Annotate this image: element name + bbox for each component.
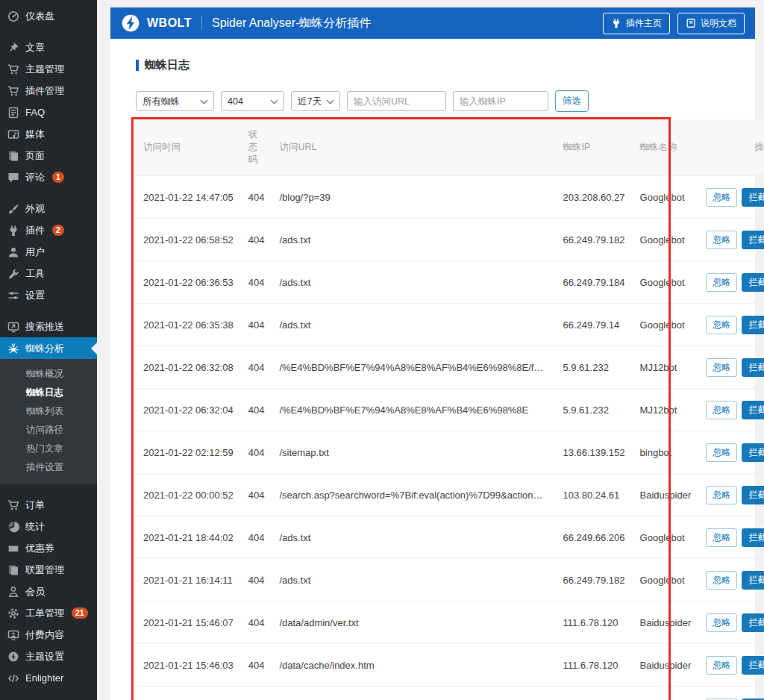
sidebar-item-label: 媒体 (25, 128, 45, 140)
sidebar-item[interactable]: 统计 (0, 516, 97, 537)
sidebar-item[interactable]: 联盟管理 (0, 559, 97, 581)
spider-filter-select[interactable]: 所有蜘蛛 (136, 91, 214, 111)
plugin-home-button[interactable]: 插件主页 (603, 13, 670, 34)
sidebar-menu: 仪表盘文章主题管理插件管理FAQ媒体页面评论1外观插件2用户工具设置搜索推送蜘蛛… (0, 0, 97, 700)
sidebar-item-label: 文章 (25, 42, 45, 53)
status-code: 404 (241, 389, 272, 431)
block-button[interactable]: 拦截 (742, 231, 764, 249)
spider-name: MJ12bot (633, 346, 699, 389)
ignore-button[interactable]: 忽略 (706, 656, 737, 675)
block-button[interactable]: 拦截 (742, 486, 764, 504)
sidebar-item[interactable]: 插件管理 (0, 80, 97, 101)
spider-ip: 111.6.78.120 (555, 601, 632, 644)
block-button[interactable]: 拦截 (742, 188, 764, 207)
visit-url-input[interactable] (347, 91, 446, 111)
sidebar-subitem[interactable]: 蜘蛛概况 (0, 365, 97, 384)
ignore-button[interactable]: 忽略 (706, 613, 737, 632)
row-actions: 忽略拦截 (698, 261, 764, 304)
sidebar-item-label: 设置 (25, 290, 45, 301)
sidebar-item[interactable]: 订单 (0, 494, 97, 516)
sidebar-item[interactable]: 设置 (0, 284, 97, 306)
block-button[interactable]: 拦截 (742, 571, 764, 590)
visit-time: 2021-01-22 06:58:52 (136, 219, 241, 261)
cart-icon (7, 85, 19, 97)
sidebar-item[interactable]: 页面 (0, 145, 97, 166)
ignore-button[interactable]: 忽略 (706, 358, 737, 377)
visit-time: 2021-01-22 00:00:52 (136, 474, 241, 516)
block-button[interactable]: 拦截 (742, 443, 764, 462)
count-badge: 2 (52, 225, 64, 236)
spider-ip: 5.9.61.232 (555, 346, 632, 389)
sidebar-item[interactable]: 插件2 (0, 219, 97, 241)
ignore-button[interactable]: 忽略 (706, 528, 737, 547)
visit-time: 2021-01-22 06:32:08 (136, 346, 241, 389)
spider-name: Baiduspider (633, 474, 699, 516)
sidebar-item[interactable]: 工单管理21 (0, 602, 97, 624)
sidebar-item[interactable]: FAQ (0, 101, 97, 123)
sidebar-subitem[interactable]: 蜘蛛列表 (0, 402, 97, 421)
sidebar-item[interactable]: 优惠券 (0, 537, 97, 559)
block-button[interactable]: 拦截 (742, 316, 764, 334)
block-button[interactable]: 拦截 (742, 401, 764, 419)
visit-time: 2021-01-21 15:46:03 (136, 644, 241, 687)
block-button[interactable]: 拦截 (742, 656, 764, 675)
sidebar-item-label: 插件 (25, 225, 45, 236)
sidebar-item-label: 优惠券 (25, 543, 54, 554)
sidebar-item[interactable]: 搜索推送 (0, 316, 97, 337)
sidebar-item[interactable]: 蜘蛛分析 (0, 337, 97, 359)
status-code: 404 (241, 346, 272, 389)
sidebar-item[interactable]: 付费内容 (0, 624, 97, 646)
block-button[interactable]: 拦截 (742, 273, 764, 292)
date-range-select[interactable]: 近7天 (291, 91, 340, 111)
spider-name: Baiduspider (633, 687, 699, 700)
sidebar-subitem[interactable]: 热门文章 (0, 440, 97, 458)
table-row: 2021-01-21 15:46:00404/data/admin/ver.tx… (136, 687, 764, 700)
sidebar-item-label: FAQ (25, 107, 45, 118)
spider-ip-input[interactable] (453, 91, 548, 111)
sidebar-item[interactable]: 用户 (0, 241, 97, 263)
status-code: 404 (241, 431, 272, 474)
plugin-title: Spider Analyser-蜘蛛分析插件 (212, 16, 371, 31)
spider-icon (7, 343, 19, 354)
ignore-button[interactable]: 忽略 (706, 571, 737, 590)
tools-icon (7, 268, 19, 280)
status-code: 404 (241, 559, 272, 601)
table-row: 2021-01-21 15:46:03404/data/cache/index.… (136, 644, 764, 687)
ignore-button[interactable]: 忽略 (706, 443, 737, 462)
ignore-button[interactable]: 忽略 (706, 316, 737, 334)
ignore-button[interactable]: 忽略 (706, 401, 737, 419)
column-header: 蜘蛛IP (555, 119, 632, 176)
sidebar-item[interactable]: 文章 (0, 37, 97, 58)
filter-submit-button[interactable]: 筛选 (555, 90, 589, 112)
sidebar-item[interactable]: 外观 (0, 198, 97, 219)
ignore-button[interactable]: 忽略 (706, 486, 737, 504)
status-code: 404 (241, 516, 272, 559)
content-card: 蜘蛛日志 所有蜘蛛 404 近7天 筛选 访问时间状态码访问URL蜘蛛IP蜘蛛名… (110, 39, 755, 700)
sidebar-item[interactable]: 会员 (0, 581, 97, 602)
sidebar-subitem[interactable]: 蜘蛛日志 (0, 384, 97, 402)
status-code-select[interactable]: 404 (221, 91, 284, 111)
table-row: 2021-01-21 16:14:11404/ads.txt66.249.79.… (136, 559, 764, 601)
sidebar-item[interactable]: 仪表盘 (0, 5, 97, 27)
count-badge: 1 (52, 172, 64, 183)
ignore-button[interactable]: 忽略 (706, 231, 737, 249)
sidebar-subitem[interactable]: 插件设置 (0, 458, 97, 477)
sidebar-submenu: 蜘蛛概况蜘蛛日志蜘蛛列表访问路径热门文章插件设置 (0, 359, 97, 484)
sidebar-item[interactable]: 主题管理 (0, 58, 97, 80)
status-code: 404 (241, 261, 272, 304)
docs-button[interactable]: 说明文档 (677, 13, 745, 34)
sidebar-item[interactable]: 评论1 (0, 166, 97, 188)
spider-name: MJ12bot (633, 389, 699, 431)
sidebar-item[interactable]: 媒体 (0, 123, 97, 145)
block-button[interactable]: 拦截 (742, 358, 764, 377)
sidebar-subitem[interactable]: 访问路径 (0, 421, 97, 440)
block-button[interactable]: 拦截 (742, 528, 764, 547)
sidebar-item[interactable]: Enlighter (0, 667, 97, 689)
ignore-button[interactable]: 忽略 (706, 273, 737, 292)
block-button[interactable]: 拦截 (742, 613, 764, 632)
sidebar-item[interactable]: 工具 (0, 263, 97, 284)
ignore-button[interactable]: 忽略 (706, 188, 737, 207)
sidebar-item-label: Enlighter (25, 672, 63, 684)
sidebar-item[interactable]: 主题设置 (0, 646, 97, 667)
column-header: 操作 (698, 119, 764, 176)
